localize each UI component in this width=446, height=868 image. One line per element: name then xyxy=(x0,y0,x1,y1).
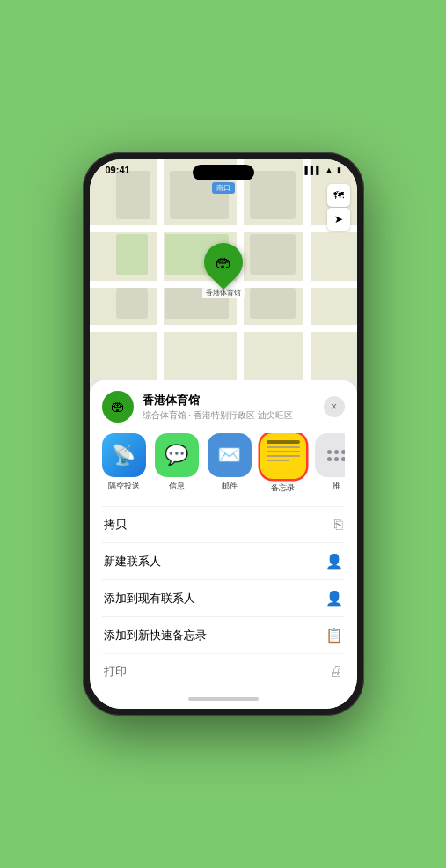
road-v-3 xyxy=(303,159,311,380)
status-time: 09:41 xyxy=(106,165,130,175)
notes-icon-box xyxy=(260,433,306,479)
location-header: 🏟 香港体育馆 综合体育馆 · 香港特别行政区 油尖旺区 × xyxy=(102,391,345,423)
notes-line-4 xyxy=(267,460,290,462)
block-6 xyxy=(250,234,296,274)
share-item-more[interactable]: 推 xyxy=(315,433,345,494)
action-print-label: 打印 xyxy=(104,664,127,680)
more-dots-bottom xyxy=(327,457,345,461)
action-new-contact-icon: 👤 xyxy=(325,553,343,570)
location-button[interactable]: ➤ xyxy=(327,208,350,231)
dot-2 xyxy=(334,450,339,454)
action-new-contact-label: 新建联系人 xyxy=(104,554,161,570)
notes-line-title xyxy=(267,440,300,444)
action-add-notes-icon: 📋 xyxy=(325,627,343,644)
marker-pin: 🏟 xyxy=(195,235,250,290)
notes-label: 备忘录 xyxy=(271,482,295,494)
message-label: 信息 xyxy=(169,481,185,492)
location-icon-circle: 🏟 xyxy=(102,391,134,423)
location-icon-emoji: 🏟 xyxy=(111,399,125,415)
signal-icon: ▌▌▌ xyxy=(304,166,321,174)
close-icon: × xyxy=(331,401,337,413)
close-button[interactable]: × xyxy=(324,396,345,417)
road-h-3 xyxy=(90,325,357,332)
block-1 xyxy=(116,171,151,219)
map-type-button[interactable]: 🗺 xyxy=(327,184,350,207)
dot-1 xyxy=(327,450,332,454)
stadium-marker[interactable]: 🏟 香港体育馆 xyxy=(202,243,245,298)
mail-icon-box: ✉️ xyxy=(208,433,252,477)
map-label: 南口 xyxy=(212,182,235,194)
location-name: 香港体育馆 xyxy=(143,393,315,408)
block-3 xyxy=(250,171,296,219)
action-add-existing-icon: 👤 xyxy=(325,590,343,607)
battery-icon: ▮ xyxy=(337,166,341,174)
marker-pin-icon: 🏟 xyxy=(216,254,231,272)
share-item-message[interactable]: 💬 信息 xyxy=(155,433,199,494)
action-copy-icon: ⎘ xyxy=(334,517,343,533)
block-4 xyxy=(116,234,148,274)
more-icon-box xyxy=(315,433,345,477)
share-item-notes[interactable]: 备忘录 xyxy=(260,433,306,494)
road-v-1 xyxy=(157,159,164,380)
action-print-icon: 🖨 xyxy=(329,664,343,680)
bottom-sheet: 🏟 香港体育馆 综合体育馆 · 香港特别行政区 油尖旺区 × 📡 隔空投送 xyxy=(90,380,357,709)
action-add-notes[interactable]: 添加到新快速备忘录 📋 xyxy=(102,616,345,653)
phone-screen: 09:41 ▌▌▌ ▲ ▮ xyxy=(90,159,357,709)
block-9 xyxy=(250,288,296,319)
map-type-icon: 🗺 xyxy=(333,189,344,202)
message-icon-box: 💬 xyxy=(155,433,199,477)
location-info: 香港体育馆 综合体育馆 · 香港特别行政区 油尖旺区 xyxy=(143,393,315,422)
mail-icon: ✉️ xyxy=(217,444,241,467)
road-h-1 xyxy=(90,225,357,232)
airdrop-icon-box: 📡 xyxy=(102,433,146,477)
dynamic-island xyxy=(193,165,254,180)
share-item-mail[interactable]: ✉️ 邮件 xyxy=(208,433,252,494)
airdrop-label: 隔空投送 xyxy=(108,481,140,492)
dot-6 xyxy=(341,457,345,461)
dot-3 xyxy=(341,450,345,454)
home-bar xyxy=(188,697,259,701)
action-copy-label: 拷贝 xyxy=(104,517,127,533)
block-7 xyxy=(116,288,148,319)
wifi-icon: ▲ xyxy=(325,166,333,174)
share-row: 📡 隔空投送 💬 信息 ✉️ 邮件 xyxy=(102,433,345,494)
map-area[interactable]: 南口 🗺 ➤ 🏟 香港体育馆 xyxy=(90,159,357,380)
dot-5 xyxy=(334,457,339,461)
location-desc: 综合体育馆 · 香港特别行政区 油尖旺区 xyxy=(143,409,315,422)
phone-frame: 09:41 ▌▌▌ ▲ ▮ xyxy=(83,152,364,716)
action-add-existing[interactable]: 添加到现有联系人 👤 xyxy=(102,579,345,616)
action-new-contact[interactable]: 新建联系人 👤 xyxy=(102,542,345,579)
mail-label: 邮件 xyxy=(222,481,238,492)
location-icon: ➤ xyxy=(334,213,343,225)
status-icons: ▌▌▌ ▲ ▮ xyxy=(304,166,340,174)
map-controls: 🗺 ➤ xyxy=(327,184,350,231)
share-item-airdrop[interactable]: 📡 隔空投送 xyxy=(102,433,146,494)
map-label-text: 南口 xyxy=(216,184,230,192)
dot-4 xyxy=(327,457,332,461)
message-icon: 💬 xyxy=(165,444,188,467)
action-add-notes-label: 添加到新快速备忘录 xyxy=(104,628,207,644)
action-copy[interactable]: 拷贝 ⎘ xyxy=(102,506,345,542)
notes-line-3 xyxy=(267,455,300,458)
more-label: 推 xyxy=(333,481,340,492)
more-dots-top xyxy=(327,450,345,454)
action-print[interactable]: 打印 🖨 xyxy=(102,653,345,689)
home-indicator xyxy=(102,689,345,709)
notes-line-2 xyxy=(267,451,300,453)
notes-line-1 xyxy=(267,446,300,449)
airdrop-icon: 📡 xyxy=(112,444,135,467)
action-add-existing-label: 添加到现有联系人 xyxy=(104,591,195,607)
